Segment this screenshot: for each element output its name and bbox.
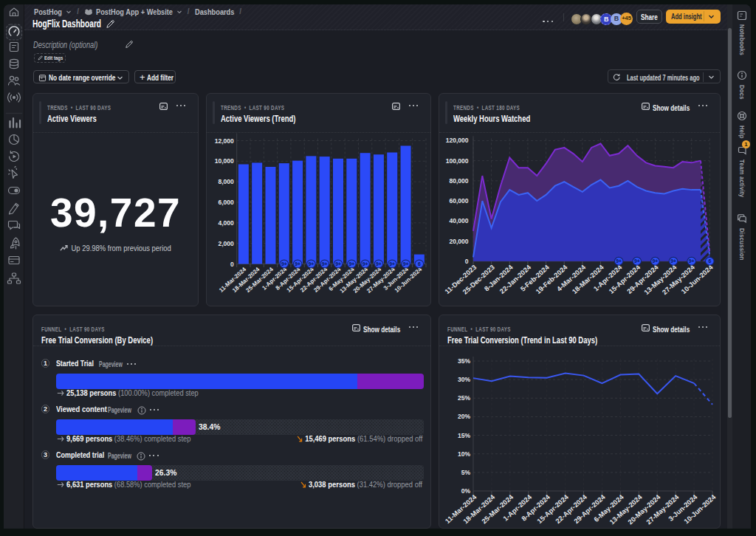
svg-text:0%: 0%: [461, 487, 471, 495]
svg-text:25%: 25%: [458, 394, 470, 402]
svg-text:10,000: 10,000: [215, 157, 234, 165]
svg-text:9+: 9+: [389, 261, 395, 267]
svg-text:6,000: 6,000: [218, 199, 234, 206]
svg-text:8,000: 8,000: [218, 178, 234, 185]
svg-text:9+: 9+: [281, 261, 287, 267]
svg-text:9+: 9+: [634, 258, 640, 264]
svg-text:9+: 9+: [348, 261, 354, 267]
svg-text:20,000: 20,000: [450, 238, 469, 245]
svg-text:60,000: 60,000: [450, 197, 469, 205]
svg-text:20%: 20%: [458, 413, 470, 420]
svg-text:0: 0: [230, 261, 234, 268]
svg-text:9+: 9+: [335, 261, 341, 267]
svg-text:9+: 9+: [689, 258, 695, 264]
svg-text:0: 0: [465, 258, 469, 265]
svg-text:30%: 30%: [458, 376, 470, 383]
svg-text:9+: 9+: [322, 261, 328, 267]
svg-text:9+: 9+: [295, 261, 300, 267]
svg-text:9+: 9+: [670, 258, 676, 264]
svg-text:15%: 15%: [458, 432, 470, 439]
svg-text:9+: 9+: [376, 261, 382, 267]
svg-text:6: 6: [708, 258, 711, 264]
svg-text:9+: 9+: [616, 258, 622, 264]
svg-text:12,000: 12,000: [215, 137, 234, 145]
svg-text:9+: 9+: [309, 261, 315, 267]
svg-text:40,000: 40,000: [450, 217, 469, 224]
svg-text:9+: 9+: [362, 261, 368, 267]
svg-text:35%: 35%: [458, 357, 470, 365]
svg-text:10-Jun-2024: 10-Jun-2024: [680, 263, 715, 295]
svg-text:100,000: 100,000: [446, 157, 469, 165]
svg-text:5%: 5%: [461, 469, 471, 476]
svg-text:6: 6: [418, 261, 421, 267]
svg-text:9+: 9+: [403, 261, 409, 267]
svg-text:4,000: 4,000: [218, 219, 234, 227]
svg-text:9+: 9+: [653, 258, 659, 264]
svg-text:80,000: 80,000: [450, 177, 469, 185]
svg-text:10%: 10%: [458, 450, 470, 458]
svg-text:120,000: 120,000: [446, 137, 469, 144]
svg-text:2,000: 2,000: [218, 240, 234, 247]
